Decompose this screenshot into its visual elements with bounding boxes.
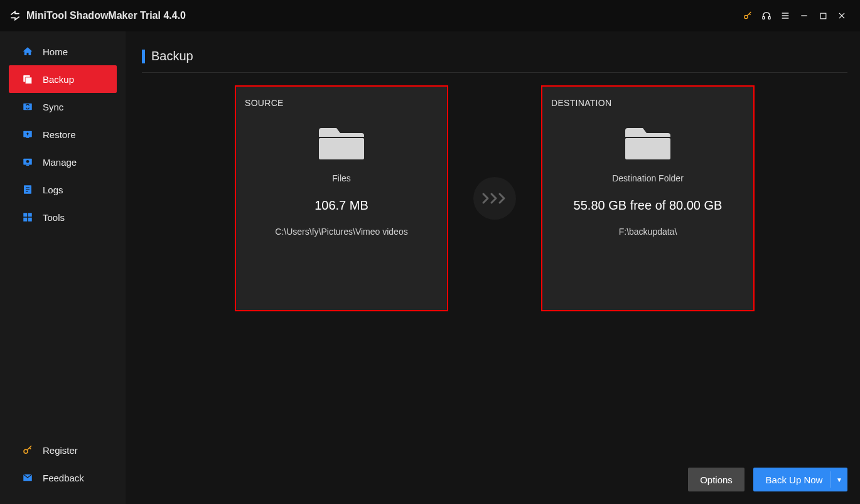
svg-rect-22 bbox=[23, 213, 27, 217]
svg-point-26 bbox=[24, 449, 28, 453]
options-button-label: Options bbox=[700, 475, 733, 485]
svg-rect-7 bbox=[820, 13, 826, 19]
sidebar-item-label: Restore bbox=[43, 129, 76, 140]
headset-icon[interactable] bbox=[757, 6, 776, 25]
destination-panel[interactable]: DESTINATION Destination Folder 55.80 GB … bbox=[541, 85, 755, 311]
source-type-label: Files bbox=[245, 173, 438, 183]
destination-free-text: 55.80 GB free of 80.00 GB bbox=[551, 198, 744, 213]
sidebar-item-label: Tools bbox=[43, 212, 65, 223]
svg-rect-24 bbox=[23, 218, 27, 222]
destination-path: F:\backupdata\ bbox=[551, 227, 744, 237]
home-icon bbox=[21, 45, 34, 58]
backup-now-button-label: Back Up Now bbox=[766, 475, 823, 485]
svg-rect-16 bbox=[26, 165, 30, 166]
sidebar-item-sync[interactable]: Sync bbox=[9, 93, 117, 121]
svg-rect-25 bbox=[28, 218, 32, 222]
key-icon bbox=[21, 444, 34, 456]
logs-icon bbox=[21, 183, 34, 196]
footer-buttons: Options Back Up Now ▼ bbox=[688, 468, 847, 491]
source-path: C:\Users\fy\Pictures\Vimeo videos bbox=[245, 227, 438, 237]
source-heading: SOURCE bbox=[245, 98, 438, 108]
sidebar-register-label: Register bbox=[43, 445, 78, 456]
backup-icon bbox=[21, 73, 34, 85]
key-icon[interactable] bbox=[738, 6, 757, 25]
destination-type-label: Destination Folder bbox=[551, 173, 744, 183]
backup-panels: SOURCE Files 106.7 MB C:\Users\fy\Pictur… bbox=[142, 85, 847, 311]
sidebar: Home Backup Sync Restore bbox=[0, 31, 126, 504]
folder-icon bbox=[623, 122, 673, 162]
svg-rect-29 bbox=[625, 138, 670, 159]
sidebar-item-label: Logs bbox=[43, 185, 63, 195]
restore-icon bbox=[21, 128, 34, 141]
destination-heading: DESTINATION bbox=[551, 98, 744, 108]
svg-point-0 bbox=[744, 15, 748, 18]
svg-rect-14 bbox=[26, 137, 30, 139]
close-button[interactable] bbox=[832, 6, 851, 25]
sidebar-item-tools[interactable]: Tools bbox=[9, 203, 117, 231]
svg-rect-11 bbox=[25, 77, 32, 84]
menu-icon[interactable] bbox=[776, 6, 795, 25]
sidebar-item-backup[interactable]: Backup bbox=[9, 65, 117, 93]
sidebar-item-home[interactable]: Home bbox=[9, 38, 117, 65]
source-panel[interactable]: SOURCE Files 106.7 MB C:\Users\fy\Pictur… bbox=[235, 85, 448, 311]
page-header: Backup bbox=[142, 49, 847, 73]
manage-icon bbox=[21, 156, 34, 168]
sidebar-feedback-label: Feedback bbox=[43, 473, 84, 483]
sidebar-feedback[interactable]: Feedback bbox=[9, 464, 117, 491]
sidebar-item-label: Home bbox=[43, 46, 68, 57]
maximize-button[interactable] bbox=[814, 6, 832, 25]
folder-icon bbox=[316, 122, 367, 162]
sidebar-item-label: Backup bbox=[43, 74, 74, 85]
tools-icon bbox=[21, 211, 34, 223]
chevrons-right-icon bbox=[481, 192, 508, 205]
header-accent-bar bbox=[142, 50, 145, 63]
sidebar-item-restore[interactable]: Restore bbox=[9, 121, 117, 148]
titlebar: MiniTool ShadowMaker Trial 4.4.0 bbox=[0, 0, 860, 31]
caret-down-icon: ▼ bbox=[836, 476, 842, 483]
options-button[interactable]: Options bbox=[688, 468, 744, 491]
page-title: Backup bbox=[151, 49, 193, 63]
arrow-separator bbox=[473, 177, 516, 220]
sidebar-item-logs[interactable]: Logs bbox=[9, 176, 117, 203]
backup-now-button[interactable]: Back Up Now ▼ bbox=[753, 468, 847, 491]
source-size: 106.7 MB bbox=[245, 198, 438, 213]
app-title: MiniTool ShadowMaker Trial 4.4.0 bbox=[26, 10, 186, 21]
sidebar-item-manage[interactable]: Manage bbox=[9, 148, 117, 176]
svg-rect-23 bbox=[28, 213, 32, 217]
app-logo-title: MiniTool ShadowMaker Trial 4.4.0 bbox=[9, 9, 186, 22]
minimize-button[interactable] bbox=[795, 6, 814, 25]
sidebar-register[interactable]: Register bbox=[9, 436, 117, 464]
svg-rect-28 bbox=[319, 138, 364, 159]
svg-rect-1 bbox=[763, 16, 765, 19]
svg-rect-2 bbox=[768, 16, 770, 19]
content-area: Backup SOURCE Files 106.7 MB C:\Users\fy… bbox=[126, 31, 860, 504]
sidebar-item-label: Sync bbox=[43, 102, 63, 112]
app-logo-icon bbox=[9, 9, 21, 22]
sidebar-item-label: Manage bbox=[43, 157, 77, 168]
svg-point-17 bbox=[26, 160, 30, 163]
mail-icon bbox=[21, 471, 34, 484]
sync-icon bbox=[21, 100, 34, 113]
